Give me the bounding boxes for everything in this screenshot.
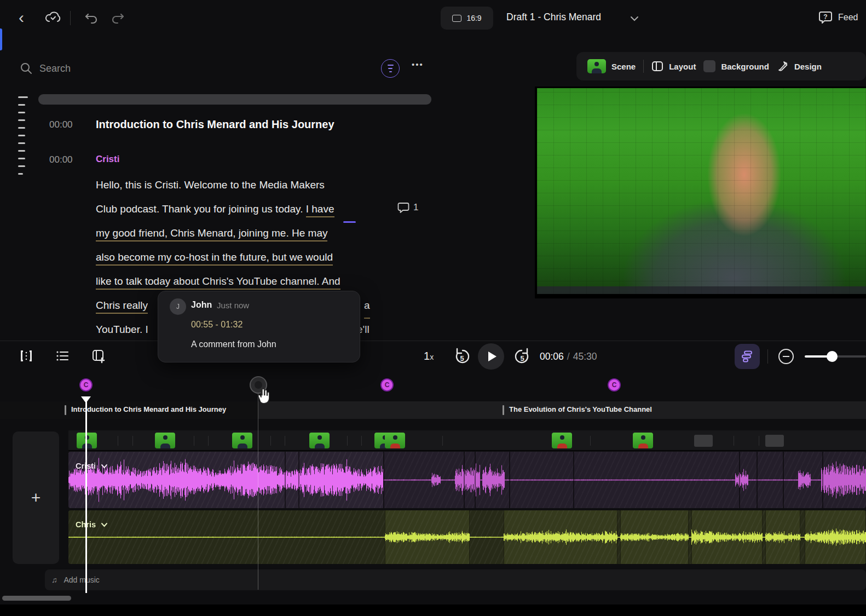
timeline-view-toggle[interactable] — [735, 344, 760, 369]
chevron-down-icon — [101, 522, 108, 527]
chapter-title[interactable]: Introduction to Chris Menard and His Jou… — [96, 118, 334, 131]
search-input[interactable] — [39, 63, 335, 74]
undo-button[interactable] — [83, 10, 100, 26]
zoom-slider-track-remainder[interactable] — [836, 355, 866, 358]
svg-text:?: ? — [823, 13, 827, 21]
back-button[interactable]: ‹ — [19, 9, 24, 26]
section-handle[interactable] — [503, 405, 504, 415]
chapter-marker[interactable]: C — [380, 378, 394, 392]
comment-author: John — [191, 300, 212, 310]
controls-divider — [767, 349, 768, 364]
toolbar-divider — [643, 60, 644, 73]
playhead-line[interactable] — [85, 401, 87, 593]
comment-body: A comment from John — [191, 339, 276, 349]
sidebar-active-indicator — [0, 28, 2, 50]
comment-popup[interactable]: J John Just now 00:55 - 01:32 A comment … — [158, 291, 360, 362]
collaborator-caret — [343, 221, 356, 223]
chapter-timestamp: 00:00 — [49, 119, 73, 130]
comment-count: 1 — [413, 202, 418, 213]
avatar: J — [170, 298, 186, 315]
playback-speed-button[interactable]: 1x — [424, 350, 434, 362]
add-music-label: Add music — [64, 575, 100, 584]
commented-range-start: I have — [306, 203, 334, 217]
script-collapsed-block[interactable] — [38, 94, 431, 105]
tab-layout[interactable]: Layout — [651, 60, 696, 72]
editor-timeline-divider — [0, 341, 866, 341]
zoom-out-button[interactable] — [778, 349, 794, 364]
more-options-button[interactable]: ••• — [412, 60, 424, 69]
chris-waveform — [68, 510, 866, 564]
search-bar: ••• — [20, 57, 436, 80]
section-handle[interactable] — [65, 405, 66, 415]
scene-thumbnail — [587, 59, 606, 73]
feedback-button[interactable]: ? Feed — [818, 10, 866, 25]
chevron-down-icon — [101, 464, 108, 469]
tab-design[interactable]: Design — [777, 60, 822, 72]
track-label-cristi[interactable]: Cristi — [76, 462, 108, 470]
list-view-icon[interactable] — [55, 348, 70, 364]
search-icon — [20, 62, 33, 75]
time-display: 00:06/45:30 — [540, 351, 597, 362]
aspect-ratio-button[interactable]: 16:9 — [441, 7, 493, 30]
background-swatch — [703, 60, 715, 72]
transcript-line: Club podcast. Thank you for joining us t… — [96, 199, 396, 223]
help-bubble-icon: ? — [818, 10, 833, 25]
svg-text:5: 5 — [520, 354, 524, 362]
header-divider — [70, 11, 71, 25]
video-preview[interactable] — [535, 87, 866, 298]
zoom-slider-thumb[interactable] — [827, 351, 838, 362]
aspect-ratio-value: 16:9 — [466, 14, 481, 22]
aspect-ratio-icon — [452, 15, 461, 22]
section-title[interactable]: The Evolution of Chris's YouTube Channel — [509, 405, 652, 413]
add-track-button[interactable]: + — [13, 431, 59, 564]
comment-marker-line — [258, 376, 258, 590]
section-title[interactable]: Introduction to Chris Menard and His Jou… — [71, 405, 226, 413]
video-track[interactable] — [68, 430, 866, 451]
feedback-label: Feed — [838, 13, 858, 22]
project-title[interactable]: Draft 1 - Chris Menard — [506, 11, 601, 23]
bottom-edge-bar — [0, 605, 866, 616]
pen-icon — [777, 60, 789, 72]
chapter-marker[interactable]: C — [79, 378, 93, 392]
audio-track-chris[interactable]: Chris — [68, 510, 866, 564]
skip-back-5-button[interactable]: 5 — [453, 347, 472, 366]
video-frame-pixelated — [537, 88, 866, 294]
comment-count-badge[interactable]: 1 — [397, 202, 418, 214]
music-note-icon: ♫ — [51, 575, 57, 584]
timeline-bars-icon — [741, 350, 754, 363]
tab-background[interactable]: Background — [703, 60, 769, 72]
speaker-label[interactable]: Cristi — [96, 154, 119, 165]
comment-bubble-icon — [397, 202, 409, 214]
transcript-line: my good friend, Chris Menard, joining me… — [96, 223, 396, 247]
skip-forward-5-button[interactable]: 5 — [512, 347, 531, 366]
tab-scene[interactable]: Scene — [587, 59, 636, 73]
project-title-chevron-icon[interactable] — [630, 15, 639, 22]
comment-time-range: 00:55 - 01:32 — [191, 320, 243, 330]
preview-toolbar: Scene Layout Background Design — [576, 52, 866, 80]
plus-icon: + — [31, 488, 41, 507]
current-time: 00:06 — [540, 351, 564, 362]
chapter-marker[interactable]: C — [608, 378, 621, 392]
speaker-timestamp: 00:00 — [49, 154, 73, 165]
track-label-chris[interactable]: Chris — [76, 520, 108, 529]
transcript-line: Hello, this is Cristi. Welcome to the Me… — [96, 175, 396, 199]
split-clip-icon[interactable] — [19, 348, 34, 364]
redo-button[interactable] — [109, 10, 126, 26]
cloud-sync-icon[interactable] — [44, 9, 62, 27]
add-music-row[interactable]: ♫ Add music — [45, 569, 866, 590]
play-icon — [488, 352, 496, 361]
mouse-hand-cursor — [255, 387, 270, 405]
transcript-fragment: a — [364, 295, 370, 319]
add-scene-icon[interactable] — [91, 348, 106, 364]
video-editor-app: ‹ 16:9 Draft 1 - Chris Menard ? Feed ••• — [0, 0, 866, 616]
total-time: 45:30 — [573, 351, 597, 362]
transcript-line: also become my co-host in the future, bu… — [96, 247, 396, 271]
audio-track-cristi[interactable]: Cristi — [68, 452, 866, 508]
comment-time-ago: Just now — [217, 301, 249, 310]
timeline-horizontal-scrollbar[interactable] — [2, 596, 71, 601]
filter-icon[interactable] — [381, 59, 400, 78]
play-button[interactable] — [478, 343, 504, 370]
layout-icon — [651, 60, 663, 72]
svg-text:5: 5 — [460, 354, 464, 362]
